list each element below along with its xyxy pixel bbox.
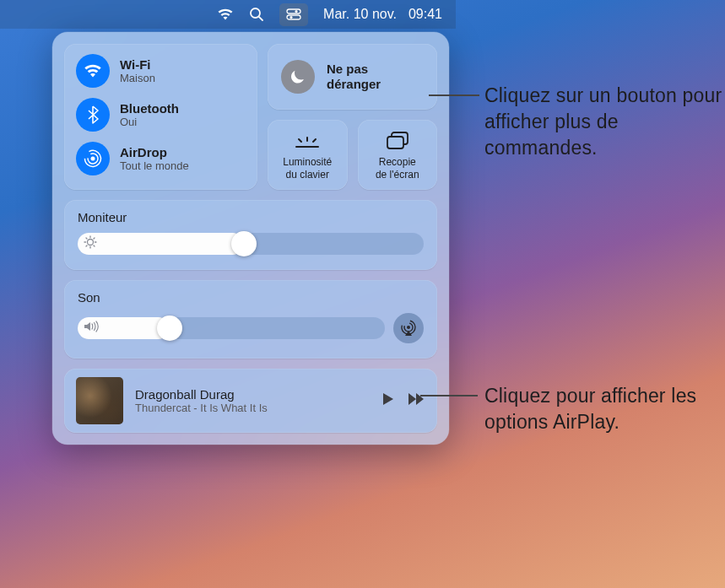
svg-point-6 <box>91 157 95 161</box>
display-slider[interactable] <box>78 233 424 255</box>
wifi-status: Maison <box>120 72 155 84</box>
album-art <box>76 377 123 424</box>
bluetooth-button[interactable]: Bluetooth Oui <box>76 98 246 132</box>
airdrop-label: AirDrop <box>120 145 189 159</box>
airdrop-button[interactable]: AirDrop Tout le monde <box>76 142 246 175</box>
callout-text-2: Cliquez pour afficher les options AirPla… <box>484 383 725 435</box>
svg-point-21 <box>407 326 410 329</box>
connectivity-tile: Wi-Fi Maison Bluetooth Oui AirDrop <box>64 44 257 190</box>
bluetooth-icon <box>76 98 110 132</box>
svg-line-17 <box>86 238 87 239</box>
wifi-label: Wi-Fi <box>120 57 155 72</box>
airplay-icon <box>399 319 418 337</box>
moon-icon <box>281 60 315 94</box>
wifi-icon <box>76 54 110 88</box>
svg-rect-11 <box>387 137 403 148</box>
speaker-icon <box>84 321 99 336</box>
svg-line-1 <box>259 17 262 20</box>
menubar-date: Mar. 10 nov. <box>323 7 397 22</box>
svg-line-20 <box>94 238 95 239</box>
control-center-panel: Wi-Fi Maison Bluetooth Oui AirDrop <box>52 32 449 445</box>
svg-rect-4 <box>287 15 300 19</box>
sound-slider[interactable] <box>78 317 385 339</box>
menubar-datetime[interactable]: Mar. 10 nov. 09:41 <box>323 7 442 22</box>
callout-line <box>420 395 478 396</box>
svg-point-12 <box>88 240 94 245</box>
callout-text-1: Cliquez sur un bouton pour afficher plus… <box>484 83 725 161</box>
svg-rect-2 <box>287 9 300 13</box>
screen-mirroring-button[interactable]: Recopie de l'écran <box>358 120 438 190</box>
bluetooth-status: Oui <box>120 116 179 128</box>
keyboard-brightness-icon <box>294 128 321 154</box>
mirror-label-2: de l'écran <box>376 169 419 181</box>
wifi-menubar-icon[interactable] <box>217 8 234 21</box>
display-tile: Moniteur <box>64 200 437 270</box>
dnd-label-2: déranger <box>327 77 381 92</box>
callout-line <box>429 94 479 96</box>
kb-label-2: du clavier <box>283 169 332 181</box>
search-menubar-icon[interactable] <box>249 7 264 22</box>
now-playing-tile[interactable]: Dragonball Durag Thundercat - It Is What… <box>64 369 437 433</box>
airplay-button[interactable] <box>393 313 424 343</box>
control-center-menubar-icon[interactable] <box>279 3 308 26</box>
now-playing-subtitle: Thundercat - It Is What It Is <box>135 402 368 414</box>
dnd-label-1: Ne pas <box>327 62 381 77</box>
menubar: Mar. 10 nov. 09:41 <box>0 0 456 29</box>
kb-label-1: Luminosité <box>283 156 332 169</box>
svg-point-5 <box>289 16 292 19</box>
sound-tile: Son <box>64 280 437 359</box>
sound-label: Son <box>78 290 424 305</box>
mirror-label-1: Recopie <box>376 156 419 169</box>
screen-mirroring-icon <box>385 128 410 154</box>
airdrop-status: Tout le monde <box>120 159 189 172</box>
play-button[interactable] <box>380 391 395 410</box>
bluetooth-label: Bluetooth <box>120 101 179 116</box>
svg-line-19 <box>86 245 87 246</box>
brightness-icon <box>84 235 97 252</box>
keyboard-brightness-button[interactable]: Luminosité du clavier <box>268 120 348 190</box>
airdrop-icon <box>76 142 110 175</box>
svg-point-3 <box>295 10 297 13</box>
wifi-button[interactable]: Wi-Fi Maison <box>76 54 246 88</box>
now-playing-title: Dragonball Durag <box>135 387 368 402</box>
display-label: Moniteur <box>78 210 424 224</box>
svg-line-18 <box>94 245 95 246</box>
dnd-button[interactable]: Ne pas déranger <box>268 44 437 110</box>
menubar-time: 09:41 <box>408 7 442 22</box>
